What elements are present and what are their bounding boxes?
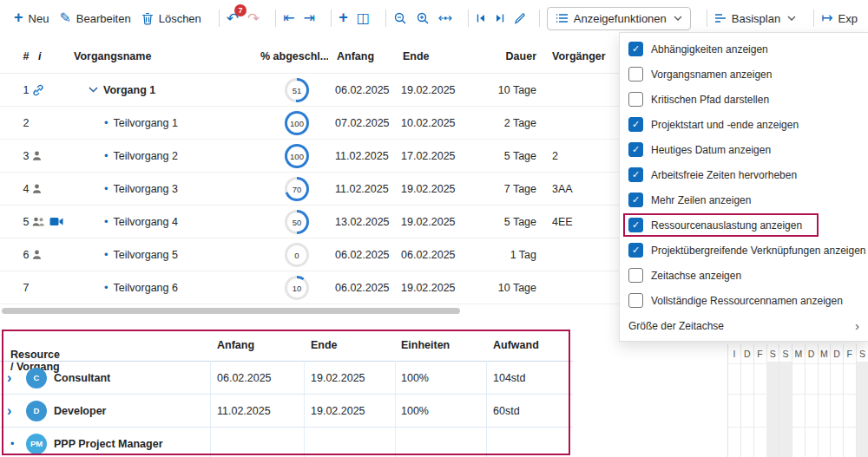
row-info-icons <box>31 206 85 238</box>
col-resource-start[interactable]: Anfang <box>217 339 254 351</box>
menu-item[interactable]: ✓ Abhängigkeiten anzeigen <box>620 36 868 62</box>
checkbox-checked[interactable]: ✓ <box>628 218 643 232</box>
task-name-cell: • Teilvorgang 3 <box>89 173 262 205</box>
toolbar-divider <box>385 10 386 27</box>
goto-start-button[interactable] <box>476 13 486 23</box>
table-row[interactable]: 1 • Vorgang 1 51 06.02.2025 19.02.2025 1… <box>0 74 619 107</box>
menu-item[interactable]: ✓ Mehr Zeilen anzeigen <box>620 187 868 212</box>
row-info-icons <box>31 238 85 271</box>
resource-row[interactable]: › • D Developer 11.02.2025 19.02.2025 10… <box>0 395 573 428</box>
day-label: I <box>728 344 740 359</box>
goto-end-button[interactable] <box>495 13 505 23</box>
task-end: 19.02.2025 <box>401 173 456 205</box>
timeline-day-column: F <box>844 344 857 457</box>
checkbox-checked[interactable]: ✓ <box>628 193 643 207</box>
progress-ring: 100 <box>285 111 309 135</box>
menu-item[interactable]: ✓ Heutiges Datum anzeigen <box>620 137 868 162</box>
checkbox-checked[interactable]: ✓ <box>628 42 643 56</box>
delete-button[interactable]: Löschen <box>141 12 201 25</box>
edit-button-label: Bearbeiten <box>76 12 131 25</box>
resource-row[interactable]: › • PM PPP Project Manager <box>0 428 573 457</box>
col-info[interactable]: i <box>38 50 41 62</box>
menu-item-label: Größe der Zeitachse <box>628 320 724 332</box>
checkbox[interactable] <box>628 293 643 308</box>
table-row[interactable]: 4 • Teilvorgang 3 70 11.02.2025 19.02.20… <box>0 173 619 206</box>
checkbox[interactable] <box>628 92 643 107</box>
new-button[interactable]: + Neu <box>14 11 49 25</box>
day-label: M <box>818 344 830 359</box>
day-label: S <box>857 344 868 359</box>
menu-item[interactable]: Vorgangsnamen anzeigen <box>620 62 868 87</box>
col-task-name[interactable]: Vorgangsname <box>74 50 151 62</box>
col-resource-work[interactable]: Aufwand <box>493 339 539 351</box>
menu-item-label: Arbeitsfreie Zeiten hervorheben <box>651 169 797 181</box>
col-resource-units[interactable]: Einheiten <box>401 339 450 351</box>
menu-item-label: Ressourcenauslastung anzeigen <box>651 219 802 232</box>
checkbox-checked[interactable]: ✓ <box>628 117 643 132</box>
outdent-button[interactable]: ⇤ <box>283 11 294 25</box>
person-icon <box>31 249 43 260</box>
table-row[interactable]: 5 • Teilvorgang 4 50 13.02.2025 19.02.20… <box>0 206 619 238</box>
checkbox[interactable] <box>628 67 643 82</box>
task-end: 19.02.2025 <box>401 74 456 106</box>
checkbox-checked[interactable]: ✓ <box>628 142 643 157</box>
display-options-button[interactable]: Anzeigefunktionen <box>547 7 691 30</box>
col-resource-end[interactable]: Ende <box>311 339 338 351</box>
toolbar-divider <box>813 10 814 27</box>
day-label: D <box>806 344 818 359</box>
chevron-down-icon[interactable] <box>89 87 98 93</box>
expand-chevron-icon[interactable]: › <box>7 362 11 395</box>
edit-button[interactable]: ✎ Bearbeiten <box>59 11 130 25</box>
timeline-day-column: M <box>818 344 831 457</box>
table-row[interactable]: 3 • Teilvorgang 2 100 11.02.2025 17.02.2… <box>0 140 619 173</box>
day-label: F <box>844 344 856 359</box>
zoom-out-button[interactable] <box>393 11 407 25</box>
zoom-in-button[interactable] <box>416 11 430 25</box>
table-row[interactable]: 2 • Teilvorgang 1 100 07.02.2025 10.02.2… <box>0 107 619 140</box>
task-duration: 10 Tage <box>469 74 536 106</box>
resource-end: 19.02.2025 <box>311 362 365 395</box>
undo-button[interactable]: ↶ 7 <box>227 11 239 26</box>
menu-item[interactable]: Größe der Zeitachse › <box>620 313 868 338</box>
col-start[interactable]: Anfang <box>337 50 374 62</box>
menu-item[interactable]: ✓ Ressourcenauslastung anzeigen <box>620 212 868 238</box>
annotate-button[interactable] <box>514 12 526 24</box>
col-end[interactable]: Ende <box>403 50 430 62</box>
horizontal-scrollbar[interactable] <box>2 308 460 314</box>
outdent-icon: ⇤ <box>283 11 294 25</box>
indent-button[interactable]: ⇥ <box>304 11 315 25</box>
progress-ring: 10 <box>285 276 309 300</box>
baseline-button[interactable]: Basisplan <box>714 12 796 25</box>
toolbar-divider <box>468 10 469 27</box>
menu-item[interactable]: ✓ Projektübergreifende Verknüpfungen anz… <box>620 238 868 263</box>
export-button[interactable]: ↦ Exp <box>821 11 858 25</box>
sort-ascending-icon: ↑ <box>14 349 19 361</box>
checkbox-checked[interactable]: ✓ <box>628 167 643 182</box>
col-duration[interactable]: Dauer <box>469 50 536 62</box>
col-predecessor[interactable]: Vorgänger <box>552 50 606 62</box>
table-row[interactable]: 6 • Teilvorgang 5 0 06.02.2025 06.02.202… <box>0 238 619 271</box>
col-percent-complete[interactable]: % abgeschl... <box>260 50 328 62</box>
avatar: C <box>26 368 47 388</box>
progress-value: 70 <box>287 180 306 199</box>
menu-item[interactable]: ✓ Projektstart und -ende anzeigen <box>620 112 868 137</box>
menu-item[interactable]: ✓ Arbeitsfreie Zeiten hervorheben <box>620 162 868 187</box>
table-row[interactable]: 7 • Teilvorgang 6 10 06.02.2025 19.02.20… <box>0 271 619 304</box>
menu-item[interactable]: Zeitachse anzeigen <box>620 263 868 288</box>
insert-task-button[interactable]: + <box>339 11 348 25</box>
redo-button[interactable]: ↷ <box>247 11 260 26</box>
pen-icon <box>514 12 526 24</box>
checkbox[interactable] <box>628 268 643 283</box>
trash-icon <box>141 12 154 25</box>
split-task-button[interactable]: ◫ <box>357 11 370 25</box>
menu-item[interactable]: Kritischen Pfad darstellen <box>620 87 868 112</box>
column-divider <box>304 361 305 457</box>
menu-item-label: Abhängigkeiten anzeigen <box>651 43 768 55</box>
zoom-fit-button[interactable] <box>438 13 452 23</box>
resource-row[interactable]: › • C Consultant 06.02.2025 19.02.2025 1… <box>0 362 573 395</box>
checkbox-checked[interactable]: ✓ <box>628 243 643 258</box>
menu-item[interactable]: Vollständige Ressourcennamen anzeigen <box>620 288 868 313</box>
expand-chevron-icon[interactable]: › <box>7 395 11 428</box>
task-table-body: 1 • Vorgang 1 51 06.02.2025 19.02.2025 1… <box>0 73 619 304</box>
col-number[interactable]: # <box>16 50 36 62</box>
